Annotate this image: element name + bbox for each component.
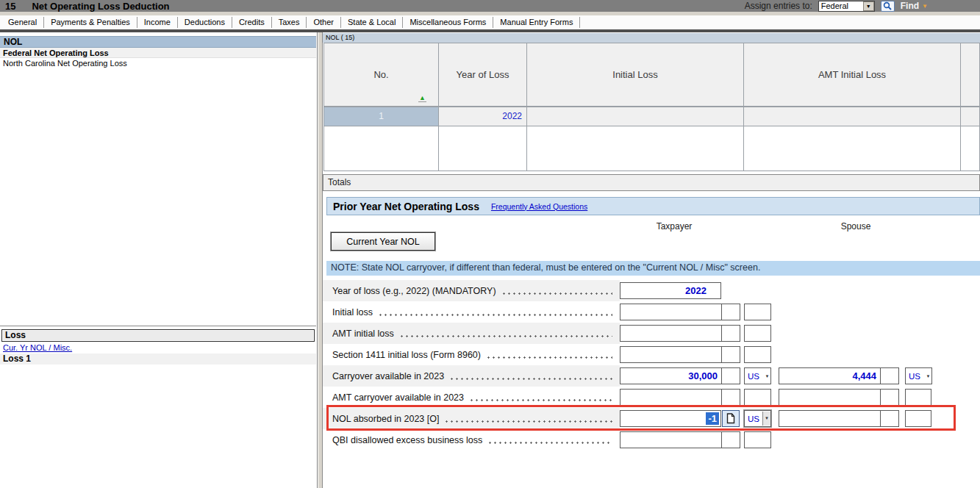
initial-loss-code-box[interactable] <box>744 304 771 320</box>
amt-carryover-taxpayer-value <box>620 390 721 405</box>
carryover-taxpayer-state-select[interactable]: US ▼ <box>744 367 771 384</box>
grid-caption: NOL ( 15) <box>323 33 980 43</box>
grid-header-initial-label: Initial Loss <box>612 69 657 80</box>
assign-entries-select[interactable]: Federal ▼ <box>818 1 875 12</box>
pane-divider <box>0 326 316 328</box>
field-row-carryover-available: Carryover available in 2023 30,000 US ▼ … <box>323 365 980 387</box>
tab-general[interactable]: General <box>1 17 44 28</box>
grid-empty-column[interactable] <box>526 126 744 171</box>
grid-header-amt-initial-loss[interactable]: AMT Initial Loss <box>743 43 961 107</box>
loss-section-header: Loss <box>1 329 315 342</box>
grid-header-no[interactable]: No. ▲ <box>323 43 439 107</box>
amt-initial-loss-code-box[interactable] <box>744 325 771 342</box>
field-label: Section 1411 initial loss (Form 8960) <box>332 350 481 360</box>
grid-cell-year-of-loss[interactable]: 2022 <box>438 107 527 126</box>
nol-absorbed-taxpayer-input[interactable]: -1 <box>620 410 721 427</box>
dotted-leader <box>487 442 612 444</box>
tab-miscellaneous-forms[interactable]: Miscellaneous Forms <box>403 17 493 28</box>
detail-worksheet-button[interactable] <box>722 410 740 427</box>
dotted-leader <box>449 378 612 380</box>
state-code-value: US <box>745 372 764 381</box>
taxpayer-column-label: Taxpayer <box>641 221 707 232</box>
nol-absorbed-spouse-input[interactable] <box>779 410 899 427</box>
tab-state-local[interactable]: State & Local <box>341 17 403 28</box>
grid-cell-row-number[interactable]: 1 <box>323 107 439 126</box>
tab-income[interactable]: Income <box>137 17 178 28</box>
grid-header-amt-label: AMT Initial Loss <box>818 69 886 80</box>
cur-yr-nol-misc-link[interactable]: Cur. Yr NOL / Misc. <box>3 343 72 352</box>
input-divider <box>721 304 722 320</box>
field-label: NOL absorbed in 2023 [O] <box>332 414 439 424</box>
dotted-leader <box>444 420 612 423</box>
sidebar-item-north-carolina-nol[interactable]: North Carolina Net Operating Loss <box>0 58 316 68</box>
input-divider <box>721 326 722 341</box>
assign-entries-value: Federal <box>819 1 863 10</box>
amt-carryover-spouse-code-box[interactable] <box>905 389 931 406</box>
carryover-taxpayer-input[interactable]: 30,000 <box>620 367 740 384</box>
grid-header-initial-loss[interactable]: Initial Loss <box>526 43 744 107</box>
qbi-disallowed-input[interactable] <box>620 431 740 448</box>
amt-carryover-taxpayer-code-box[interactable] <box>744 389 771 406</box>
grid-cell-amt-initial-loss[interactable] <box>743 107 961 126</box>
grid-header-no-label: No. <box>373 69 388 80</box>
state-nol-note: NOTE: State NOL carryover, if different … <box>326 261 980 276</box>
assign-entries-label: Assign entries to: <box>745 1 812 11</box>
tab-manual-entry-forms[interactable]: Manual Entry Forms <box>493 17 580 28</box>
page-title: Net Operating Loss Deduction <box>32 1 169 12</box>
loss-1-item[interactable]: Loss 1 <box>0 354 316 365</box>
tab-other[interactable]: Other <box>307 17 341 28</box>
field-label: AMT carryover available in 2023 <box>332 392 464 403</box>
left-panel: NOL Federal Net Operating Loss North Car… <box>0 32 318 488</box>
sidebar-item-federal-nol[interactable]: Federal Net Operating Loss <box>0 48 316 58</box>
tab-bar: General Payments & Penalties Income Dedu… <box>0 15 980 29</box>
field-row-amt-carryover-available: AMT carryover available in 2023 <box>323 387 980 408</box>
nol-absorbed-state-select[interactable]: US ▼ <box>744 410 771 427</box>
nol-absorbed-spouse-code-box[interactable] <box>905 410 931 427</box>
year-of-loss-input[interactable]: 2022 <box>620 282 721 299</box>
find-button[interactable]: Find ▼ <box>901 1 928 11</box>
state-code-value: US <box>745 415 762 423</box>
nol-absorbed-selected-value: -1 <box>706 412 719 425</box>
field-label: QBI disallowed excess business loss <box>332 435 482 445</box>
input-divider <box>880 368 881 384</box>
initial-loss-value <box>620 304 721 320</box>
section-1411-input[interactable] <box>620 346 740 363</box>
tab-payments-penalties[interactable]: Payments & Penalties <box>44 17 137 28</box>
grid-header-year-label: Year of Loss <box>457 69 509 80</box>
grid-empty-column[interactable] <box>743 126 961 171</box>
grid-cell-initial-loss[interactable] <box>526 107 744 126</box>
initial-loss-input[interactable] <box>620 304 740 320</box>
amt-initial-loss-value <box>620 326 721 341</box>
field-row-year-of-loss: Year of loss (e.g., 2022) (MANDATORY) 20… <box>323 280 980 301</box>
faq-link[interactable]: Frequently Asked Questions <box>491 202 587 211</box>
input-divider <box>721 390 722 405</box>
tab-deductions[interactable]: Deductions <box>178 17 232 28</box>
amt-carryover-taxpayer-input[interactable] <box>620 389 740 406</box>
dotted-leader <box>501 293 612 295</box>
search-icon[interactable] <box>881 1 895 12</box>
qbi-disallowed-code-box[interactable] <box>744 431 771 448</box>
sort-ascending-icon: ▲ <box>418 95 426 102</box>
grid-empty-column[interactable] <box>323 126 439 171</box>
carryover-spouse-input[interactable]: 4,444 <box>779 367 899 384</box>
current-year-nol-button[interactable]: Current Year NOL <box>331 232 435 251</box>
chevron-down-icon[interactable]: ▼ <box>863 1 874 11</box>
field-row-section-1411: Section 1411 initial loss (Form 8960) <box>323 344 980 365</box>
field-row-amt-initial-loss: AMT initial loss <box>323 323 980 344</box>
grid-empty-column[interactable] <box>438 126 527 171</box>
chevron-down-icon: ▼ <box>922 3 928 10</box>
tab-taxes[interactable]: Taxes <box>272 17 307 28</box>
amt-initial-loss-input[interactable] <box>620 325 740 342</box>
panel-splitter[interactable] <box>318 32 323 488</box>
dotted-leader <box>486 356 612 359</box>
chevron-down-icon: ▼ <box>764 374 770 378</box>
amt-carryover-spouse-value <box>779 390 880 405</box>
carryover-spouse-state-select[interactable]: US ▼ <box>905 367 932 384</box>
find-label: Find <box>901 1 919 11</box>
field-label: AMT initial loss <box>332 329 394 339</box>
amt-carryover-spouse-input[interactable] <box>779 389 899 406</box>
dotted-leader <box>399 335 612 337</box>
tab-credits[interactable]: Credits <box>232 17 272 28</box>
grid-header-year-of-loss[interactable]: Year of Loss <box>438 43 527 107</box>
section-1411-code-box[interactable] <box>744 346 771 363</box>
